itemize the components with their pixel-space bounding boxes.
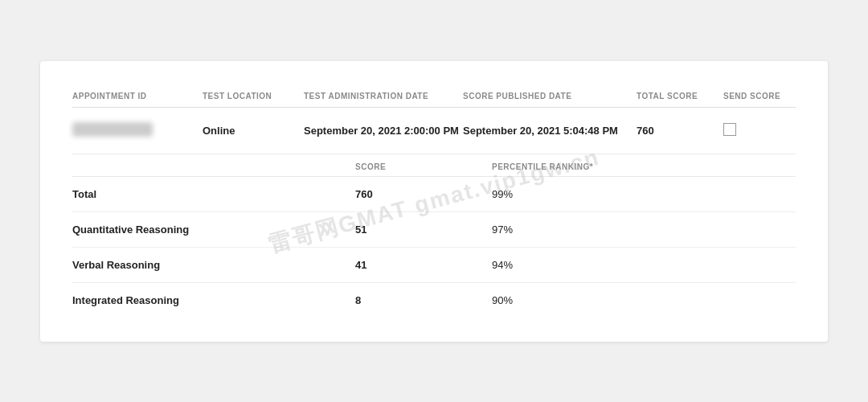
score-details-section: SCORE PERCENTILE RANKING* Total 760 99% … <box>72 154 796 318</box>
score-row-percentile: 94% <box>492 259 709 271</box>
cell-send-score-checkbox[interactable] <box>723 107 796 154</box>
score-col-header-percentile: PERCENTILE RANKING* <box>492 162 709 171</box>
score-row-name: Total <box>72 188 347 200</box>
score-col-header-score: SCORE <box>347 162 492 171</box>
col-header-score-published-date: SCORE PUBLISHED DATE <box>463 85 637 108</box>
score-row-percentile: 97% <box>492 224 709 236</box>
score-row-name: Integrated Reasoning <box>72 294 347 306</box>
score-col-name-spacer <box>72 162 347 171</box>
cell-appointment-id <box>72 107 203 154</box>
cell-test-location: Online <box>203 107 304 154</box>
col-header-send-score: SEND SCORE <box>723 85 796 108</box>
score-row: Verbal Reasoning 41 94% <box>72 248 796 283</box>
col-header-test-admin-date: TEST ADMINISTRATION DATE <box>304 85 463 108</box>
score-row-score: 8 <box>347 294 492 306</box>
col-header-test-location: TEST LOCATION <box>203 85 304 108</box>
score-row-percentile: 99% <box>492 188 709 200</box>
score-row-name: Verbal Reasoning <box>72 259 347 271</box>
score-row-score: 760 <box>347 188 492 200</box>
appointment-id-blurred <box>72 122 153 137</box>
score-row: Total 760 99% <box>72 177 796 212</box>
col-header-appointment-id: APPOINTMENT ID <box>72 85 203 108</box>
score-rows-container: Total 760 99% Quantitative Reasoning 51 … <box>72 177 796 318</box>
score-row: Quantitative Reasoning 51 97% <box>72 212 796 248</box>
send-score-checkbox[interactable] <box>723 123 736 136</box>
cell-score-published-date: September 20, 2021 5:04:48 PM <box>463 107 637 154</box>
score-row-score: 41 <box>347 259 492 271</box>
score-report-card: APPOINTMENT ID TEST LOCATION TEST ADMINI… <box>40 61 828 342</box>
score-row-percentile: 90% <box>492 294 709 306</box>
cell-test-admin-date: September 20, 2021 2:00:00 PM <box>304 107 463 154</box>
score-row-name: Quantitative Reasoning <box>72 224 347 236</box>
cell-total-score: 760 <box>637 107 723 154</box>
score-row-score: 51 <box>347 224 492 236</box>
col-header-total-score: TOTAL SCORE <box>637 85 723 108</box>
score-row: Integrated Reasoning 8 90% <box>72 283 796 318</box>
main-table: APPOINTMENT ID TEST LOCATION TEST ADMINI… <box>72 85 796 154</box>
score-details-header: SCORE PERCENTILE RANKING* <box>72 154 796 177</box>
